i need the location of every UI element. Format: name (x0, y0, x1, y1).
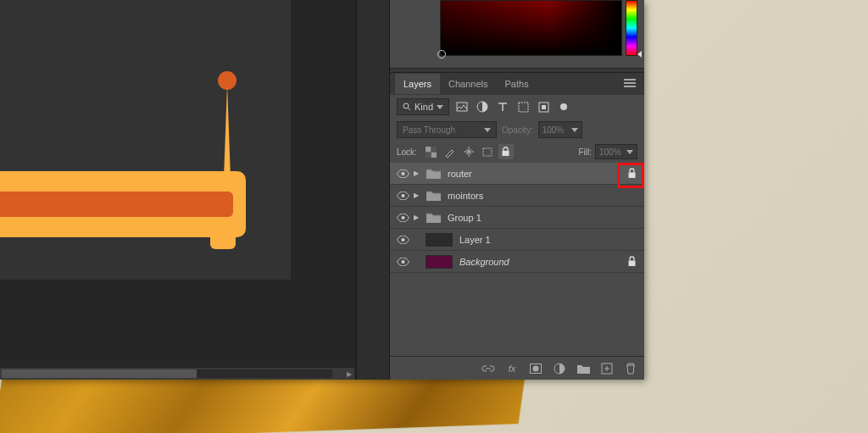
fill-value: 100% (599, 147, 621, 157)
lock-transparency-icon[interactable] (424, 144, 439, 159)
panel-tabs: Layers Channels Paths (390, 73, 644, 95)
lock-indicator[interactable] (624, 256, 639, 267)
visibility-toggle[interactable] (395, 192, 410, 200)
layer-row[interactable]: Layer 1 (390, 229, 644, 251)
layers-bottom-bar: fx (390, 356, 644, 380)
layer-name[interactable]: Group 1 (444, 213, 620, 223)
opacity-input[interactable]: 100% (538, 121, 582, 138)
link-layers-icon[interactable] (481, 362, 495, 375)
layer-row[interactable]: Background (390, 251, 644, 273)
svg-point-12 (401, 172, 404, 175)
folder-icon (426, 168, 441, 180)
svg-point-14 (401, 194, 404, 197)
tab-paths[interactable]: Paths (497, 74, 537, 94)
folder-icon (426, 212, 441, 224)
filter-kind-label: Kind (415, 102, 433, 112)
svg-rect-11 (503, 151, 509, 156)
blend-mode-row: Pass Through Opacity: 100% (390, 119, 644, 141)
scroll-track[interactable] (2, 369, 332, 378)
new-layer-icon[interactable] (600, 362, 614, 375)
filter-pixel-icon[interactable] (454, 99, 470, 114)
blend-mode-value: Pass Through (403, 125, 455, 135)
router-stripe (0, 192, 233, 217)
dropdown-caret-icon (571, 128, 578, 132)
layer-row[interactable]: ▶mointors (390, 185, 644, 207)
layer-filter-row: Kind (390, 95, 644, 119)
layer-thumbnail[interactable] (426, 233, 453, 247)
svg-rect-18 (628, 261, 635, 267)
horizontal-scrollbar[interactable]: ▶ (0, 368, 354, 380)
svg-point-15 (401, 216, 404, 219)
blend-mode-dropdown[interactable]: Pass Through (397, 121, 497, 138)
lock-pixels-icon[interactable] (442, 144, 458, 159)
document-canvas[interactable] (0, 0, 291, 280)
fill-label: Fill: (578, 147, 592, 157)
disclosure-triangle-icon[interactable]: ▶ (414, 192, 422, 199)
tab-layers[interactable]: Layers (395, 74, 440, 94)
right-panel-stack: Layers Channels Paths Kind Pass Through (390, 0, 644, 380)
adjustment-layer-icon[interactable] (553, 362, 566, 375)
svg-point-20 (533, 365, 539, 371)
artwork-router (0, 68, 246, 254)
svg-rect-10 (483, 148, 492, 156)
new-group-icon[interactable] (576, 362, 590, 375)
layer-name[interactable]: Background (456, 257, 620, 267)
layer-fx-icon[interactable]: fx (505, 362, 519, 375)
router-antenna (224, 85, 231, 178)
dropdown-caret-icon (484, 128, 491, 132)
dropdown-caret-icon (626, 150, 633, 154)
visibility-toggle[interactable] (395, 258, 410, 266)
photoshop-window: ▶ Layers Channels Paths Kind (0, 0, 644, 380)
visibility-toggle[interactable] (395, 214, 410, 222)
lock-position-icon[interactable] (461, 144, 476, 159)
layer-row[interactable]: ▶router (390, 163, 644, 185)
filter-toggle[interactable] (556, 99, 571, 114)
svg-point-16 (401, 238, 404, 241)
visibility-toggle[interactable] (395, 169, 410, 178)
layer-thumbnail[interactable] (426, 255, 453, 269)
lock-label: Lock: (397, 147, 417, 157)
svg-rect-3 (519, 103, 528, 112)
tab-channels[interactable]: Channels (440, 74, 496, 94)
scroll-thumb[interactable] (2, 369, 197, 378)
filter-kind-dropdown[interactable]: Kind (397, 98, 449, 115)
svg-rect-6 (426, 147, 431, 153)
folder-icon (426, 190, 441, 202)
panel-menu-icon[interactable] (620, 76, 639, 92)
lock-indicator[interactable] (624, 168, 639, 179)
svg-rect-8 (431, 147, 437, 153)
scroll-right-arrow[interactable]: ▶ (344, 370, 354, 378)
router-foot (210, 236, 236, 249)
svg-rect-5 (542, 105, 546, 109)
svg-rect-7 (431, 152, 437, 158)
hue-slider[interactable] (626, 0, 637, 56)
canvas-area: ▶ (0, 0, 356, 380)
panel-gutter (356, 0, 390, 380)
svg-point-17 (401, 260, 404, 264)
layer-name[interactable]: router (444, 169, 620, 179)
filter-type-icon[interactable] (495, 99, 510, 114)
layer-name[interactable]: mointors (444, 191, 620, 201)
hue-slider-handle[interactable] (637, 51, 642, 58)
svg-rect-9 (426, 152, 431, 158)
color-field[interactable] (440, 0, 622, 56)
visibility-toggle[interactable] (395, 236, 410, 244)
filter-shape-icon[interactable] (515, 99, 531, 114)
dropdown-caret-icon (437, 105, 443, 109)
layer-row[interactable]: ▶Group 1 (390, 207, 644, 229)
color-picker-panel (390, 0, 644, 68)
filter-smartobject-icon[interactable] (536, 99, 551, 114)
lock-artboard-icon[interactable] (480, 144, 495, 159)
disclosure-triangle-icon[interactable]: ▶ (414, 214, 422, 221)
filter-adjustment-icon[interactable] (475, 99, 490, 114)
opacity-value: 100% (542, 125, 565, 135)
layers-list: ▶router▶mointors▶Group 1Layer 1Backgroun… (390, 163, 644, 356)
svg-rect-13 (628, 173, 635, 179)
color-cursor[interactable] (437, 50, 446, 58)
layer-name[interactable]: Layer 1 (456, 235, 620, 245)
lock-all-icon[interactable] (498, 144, 514, 159)
fill-input[interactable]: 100% (595, 144, 637, 159)
disclosure-triangle-icon[interactable]: ▶ (414, 169, 422, 177)
delete-layer-icon[interactable] (624, 362, 637, 375)
add-mask-icon[interactable] (529, 362, 542, 375)
